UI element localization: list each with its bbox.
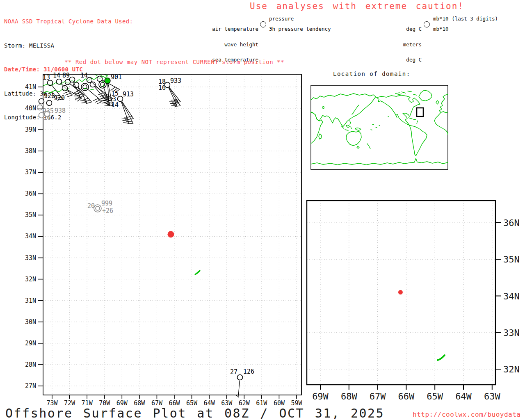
station-value: 20 xyxy=(87,202,95,210)
station-value: 27 xyxy=(230,368,237,376)
main-map: 73W72W71W70W69W68W67W66W65W64W63W62W61W6… xyxy=(25,72,303,407)
station-plot: 1893316 xyxy=(158,77,181,107)
plot-canvas: 73W72W71W70W69W68W67W66W65W64W63W62W61W6… xyxy=(0,0,525,420)
green-station-dot xyxy=(105,78,110,84)
lat-label: 34N xyxy=(25,233,36,240)
offshore-surface-plot-page: NOAA SSD Tropical Cyclone Data Used: Sto… xyxy=(0,0,525,420)
lat-label: 35N xyxy=(25,211,36,219)
lat-label: 28N xyxy=(25,361,36,368)
plot-title: Offshore Surface Plot at 08Z / OCT 31, 2… xyxy=(5,406,384,420)
lat-label: 29N xyxy=(25,340,36,347)
lat-label: 33N xyxy=(25,254,36,262)
station-value: 14 xyxy=(80,72,88,79)
station-value: +26 xyxy=(102,207,113,215)
station-value: 933 xyxy=(170,77,181,84)
lat-label: 30N xyxy=(25,318,36,326)
zoomed-domain-map: 69W68W67W66W65W64W63W36N35N34N33N32N xyxy=(307,201,520,402)
zoom-lat-label: 32N xyxy=(503,364,520,374)
station-plot: 15913314 xyxy=(111,90,134,124)
station-value: 901 xyxy=(111,73,122,81)
zoom-lat-label: 35N xyxy=(503,254,520,265)
zoom-lat-label: 36N xyxy=(503,218,520,228)
world-coastlines xyxy=(311,90,448,165)
lat-label: 27N xyxy=(25,382,36,390)
station-plot xyxy=(90,82,113,103)
lat-label: 31N xyxy=(25,297,36,304)
station-value: 126 xyxy=(243,368,254,375)
zoom-lon-label: 69W xyxy=(312,391,329,402)
bermuda-island-zoom xyxy=(438,355,445,360)
station-plot xyxy=(37,105,43,110)
lat-label: 41N xyxy=(25,83,36,91)
station-value: 920 xyxy=(54,94,65,102)
zoom-map-axes: 69W68W67W66W65W64W63W36N35N34N33N32N xyxy=(312,218,520,402)
zoom-lon-label: 64W xyxy=(455,391,472,402)
lat-label: 39N xyxy=(25,126,36,133)
station-value: 13 xyxy=(43,74,50,81)
zoom-lon-label: 66W xyxy=(398,391,415,402)
station-plot: 27126 xyxy=(230,368,254,398)
station-value: 913 xyxy=(123,91,134,98)
station-value: 14 xyxy=(53,72,60,79)
station-value: 16 xyxy=(158,84,166,91)
lat-label: 40N xyxy=(25,105,36,112)
lat-label: 32N xyxy=(25,276,36,283)
domain-locator-map xyxy=(311,85,448,169)
domain-extent-rectangle xyxy=(417,108,423,116)
station-value: 14 xyxy=(111,101,119,109)
station-value: 999 xyxy=(101,200,112,207)
station-value: 938 xyxy=(55,107,66,114)
lat-label: 37N xyxy=(25,169,36,176)
station-value: 89 xyxy=(62,72,70,79)
main-map-axes: 73W72W71W70W69W68W67W66W65W64W63W62W61W6… xyxy=(25,83,303,407)
source-url-link[interactable]: http://coolwx.com/buoydata xyxy=(413,411,520,418)
domain-map-frame xyxy=(311,85,448,169)
zoom-lon-label: 63W xyxy=(484,391,500,402)
station-plot: 20999+26 xyxy=(87,200,113,215)
storm-position-dot-main xyxy=(167,231,174,237)
lat-label: 38N xyxy=(25,147,36,155)
main-map-stations: 1314891490115913314189331692292093516938… xyxy=(37,72,255,398)
zoom-lat-label: 34N xyxy=(503,291,520,301)
station-plot xyxy=(74,82,92,104)
zoom-lat-label: 33N xyxy=(503,328,520,338)
lat-label: 36N xyxy=(25,190,36,197)
storm-position-dot-zoom xyxy=(398,290,403,294)
bermuda-island-main xyxy=(195,271,200,274)
zoom-lon-label: 68W xyxy=(341,391,357,402)
zoom-lon-label: 65W xyxy=(427,391,443,402)
zoom-lon-label: 67W xyxy=(370,391,386,402)
